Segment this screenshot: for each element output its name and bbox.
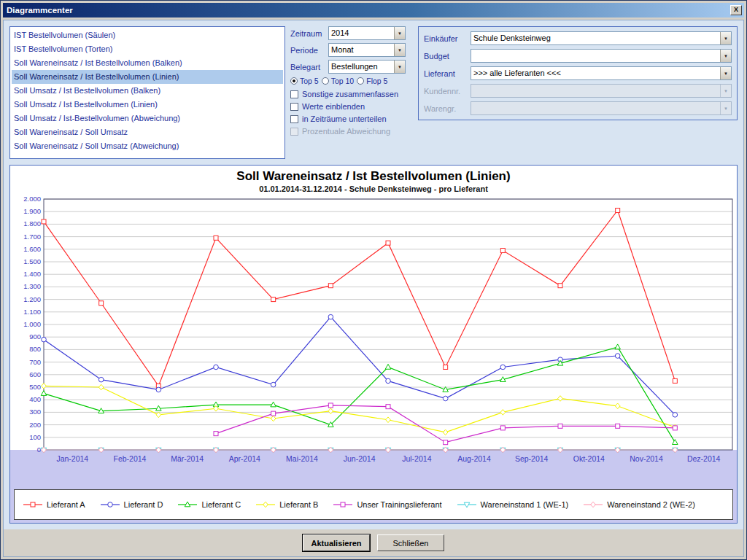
chevron-down-icon[interactable]: ▼ <box>720 67 731 79</box>
svg-text:1.100: 1.100 <box>23 308 41 316</box>
legend-item: Wareneinstand 2 (WE-2) <box>582 500 695 509</box>
dropdown[interactable]: >>> alle Lieferanten <<<▼ <box>471 66 732 80</box>
svg-text:Sep-2014: Sep-2014 <box>515 454 549 463</box>
legend-marker-icon <box>177 500 198 509</box>
radio-option[interactable]: Flop 5 <box>357 77 387 85</box>
svg-text:200: 200 <box>29 421 41 429</box>
list-item[interactable]: Soll Wareneinsatz / Ist Bestellvolumen (… <box>12 56 283 70</box>
svg-text:900: 900 <box>29 332 41 341</box>
radio-option[interactable]: Top 5 <box>290 77 319 85</box>
legend-label: Lieferant A <box>47 500 85 509</box>
filter-panel: Zeitraum2014▼PeriodeMonat▼BelegartBestel… <box>290 26 413 159</box>
context-label: Kundennr. <box>424 87 471 96</box>
dropdown[interactable]: ▼ <box>471 49 732 63</box>
svg-text:Jan-2014: Jan-2014 <box>56 454 88 463</box>
legend-marker-icon <box>99 500 121 509</box>
legend-marker-icon <box>22 500 44 509</box>
context-label: Lieferant <box>424 69 471 78</box>
filter-row: BelegartBestellungen▼ <box>290 60 413 74</box>
svg-text:Nov-2014: Nov-2014 <box>630 454 663 463</box>
svg-text:100: 100 <box>29 433 41 441</box>
checkbox-icon <box>290 90 298 98</box>
checkbox-icon <box>290 115 298 123</box>
checkbox-label: Prozentuale Abweichung <box>302 127 390 136</box>
checkbox-row[interactable]: in Zeiträume unterteilen <box>290 114 413 123</box>
svg-text:Okt-2014: Okt-2014 <box>573 454 605 463</box>
chevron-down-icon[interactable]: ▼ <box>394 44 405 56</box>
legend-label: Wareneinstand 2 (WE-2) <box>607 500 695 509</box>
list-item[interactable]: Soll Wareneinsatz / Soll Umsatz (Abweich… <box>12 139 283 153</box>
legend-item: Lieferant A <box>22 500 85 509</box>
svg-text:1.800: 1.800 <box>23 219 41 228</box>
legend-marker-icon <box>332 500 354 509</box>
legend-marker-icon <box>255 500 276 509</box>
diagrammcenter-window: Diagrammcenter X IST Bestellvolumen (Säu… <box>0 0 747 560</box>
filter-row: PeriodeMonat▼ <box>290 43 413 57</box>
list-item[interactable]: Soll Umsatz / Ist-Bestellvolumen (Abweic… <box>12 112 283 125</box>
filter-label: Zeitraum <box>290 29 328 38</box>
svg-text:1.400: 1.400 <box>23 270 41 278</box>
list-item[interactable]: IST Bestellvolumen (Säulen) <box>12 28 283 42</box>
list-item[interactable]: Soll Umsatz / Ist Bestellvolumen (Linien… <box>12 98 283 112</box>
svg-text:1.600: 1.600 <box>23 245 41 253</box>
legend-marker-icon <box>456 500 478 509</box>
legend-item: Lieferant D <box>99 500 163 509</box>
svg-text:800: 800 <box>29 345 41 353</box>
legend-item: Lieferant B <box>255 500 318 509</box>
legend-label: Lieferant C <box>201 500 241 509</box>
context-row: Lieferant>>> alle Lieferanten <<<▼ <box>424 66 732 80</box>
svg-text:1.200: 1.200 <box>23 295 41 303</box>
titlebar[interactable]: Diagrammcenter X <box>3 3 744 18</box>
chevron-down-icon: ▼ <box>720 85 731 97</box>
schliessen-button[interactable]: Schließen <box>377 534 444 551</box>
context-row: Kundennr.▼ <box>424 84 732 98</box>
chevron-down-icon[interactable]: ▼ <box>720 32 731 44</box>
close-icon[interactable]: X <box>730 5 742 15</box>
svg-text:700: 700 <box>29 358 41 366</box>
dropdown-value: Monat <box>329 44 394 56</box>
list-item[interactable]: Soll Umsatz / Ist Bestellvolumen (Balken… <box>12 84 283 98</box>
dropdown[interactable]: Schule Denksteinweg▼ <box>471 31 732 45</box>
checkbox-icon <box>290 103 298 111</box>
chevron-down-icon[interactable]: ▼ <box>394 61 405 73</box>
chart-type-listbox[interactable]: IST Bestellvolumen (Säulen)IST Bestellvo… <box>9 26 285 159</box>
line-chart: 01002003004005006007008009001.0001.1001.… <box>10 195 738 486</box>
radio-icon <box>290 77 298 85</box>
context-row: Budget▼ <box>424 49 732 63</box>
checkbox-label: Sonstige zusammenfassen <box>302 90 398 98</box>
dropdown-value <box>471 50 720 62</box>
svg-text:1.900: 1.900 <box>23 207 41 215</box>
list-item[interactable]: IST Bestellvolumen (Torten) <box>12 42 283 56</box>
filter-row: Zeitraum2014▼ <box>290 26 413 40</box>
radio-option[interactable]: Top 10 <box>322 77 355 85</box>
svg-text:Mär-2014: Mär-2014 <box>171 454 204 463</box>
dropdown[interactable]: Bestellungen▼ <box>328 60 406 74</box>
context-label: Einkäufer <box>424 34 471 43</box>
legend-marker-icon <box>582 500 604 509</box>
svg-text:1.700: 1.700 <box>23 233 41 241</box>
checkbox-row: Prozentuale Abweichung <box>290 127 413 136</box>
dropdown: ▼ <box>471 84 732 98</box>
chevron-down-icon[interactable]: ▼ <box>720 50 731 62</box>
legend-label: Wareneinstand 1 (WE-1) <box>481 500 569 509</box>
legend-item: Lieferant C <box>177 500 241 509</box>
radio-icon <box>357 77 364 85</box>
radio-label: Top 5 <box>300 77 319 85</box>
svg-text:Mai-2014: Mai-2014 <box>286 454 318 463</box>
list-item[interactable]: Soll Wareneinsatz / Ist Bestellvolumen (… <box>12 70 283 84</box>
legend-label: Unser Trainingslieferant <box>357 500 441 509</box>
aktualisieren-button[interactable]: Aktualisieren <box>303 534 370 551</box>
list-item[interactable]: Soll Wareneinsatz / Soll Umsatz <box>12 125 283 139</box>
dropdown-value: >>> alle Lieferanten <<< <box>471 67 720 79</box>
dropdown-value: Bestellungen <box>329 61 394 73</box>
svg-text:0: 0 <box>37 446 41 454</box>
svg-text:Jul-2014: Jul-2014 <box>402 454 431 463</box>
chevron-down-icon[interactable]: ▼ <box>394 27 405 39</box>
dropdown[interactable]: 2014▼ <box>328 26 406 40</box>
svg-text:Feb-2014: Feb-2014 <box>114 454 147 463</box>
context-label: Warengr. <box>424 104 471 113</box>
checkbox-row[interactable]: Werte einblenden <box>290 102 413 111</box>
dropdown[interactable]: Monat▼ <box>328 43 406 57</box>
checkbox-row[interactable]: Sonstige zusammenfassen <box>290 90 413 98</box>
chevron-down-icon: ▼ <box>720 102 731 114</box>
